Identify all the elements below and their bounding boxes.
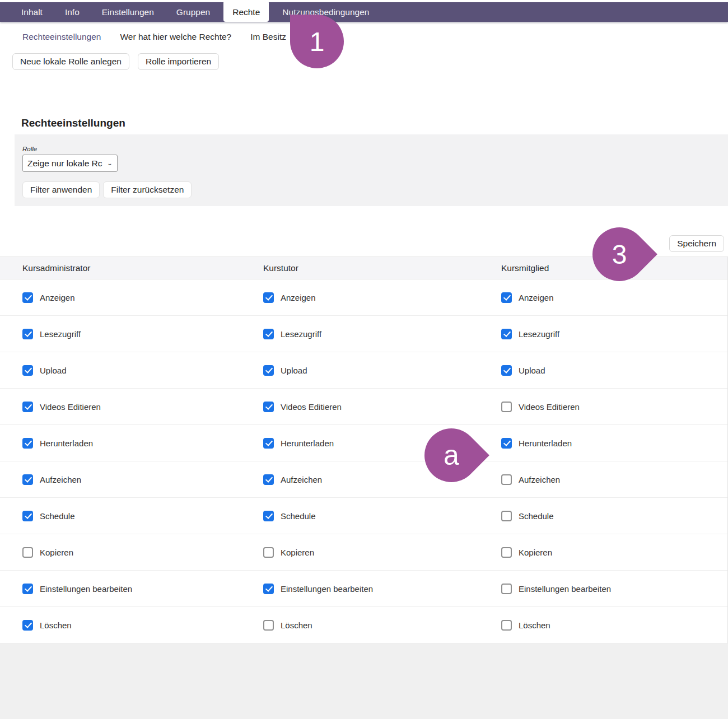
table-row: Schedule Schedule Schedule — [0, 498, 727, 534]
permission-label: Upload — [519, 366, 545, 375]
checkbox-member-aufzeichen[interactable] — [501, 474, 512, 485]
table-row: Löschen Löschen Löschen — [0, 607, 727, 643]
main-tab-bar: Inhalt Info Einstellungen Gruppen Rechte… — [0, 2, 728, 22]
tab-einstellungen[interactable]: Einstellungen — [93, 2, 163, 22]
permission-label: Aufzeichen — [281, 475, 322, 484]
checkbox-admin-kopieren[interactable] — [22, 547, 33, 558]
checkbox-admin-herunterladen[interactable] — [22, 438, 33, 449]
table-row: Kopieren Kopieren Kopieren — [0, 534, 727, 571]
tab-info[interactable]: Info — [56, 2, 88, 22]
checkbox-tutor-anzeigen[interactable] — [263, 292, 274, 303]
checkbox-tutor-videos-editieren[interactable] — [263, 402, 274, 412]
subnav-rechteeinstellungen[interactable]: Rechteeinstellungen — [22, 32, 101, 42]
table-row: Einstellungen bearbeiten Einstellungen b… — [0, 571, 727, 607]
checkbox-tutor-herunterladen[interactable] — [263, 438, 274, 449]
role-select[interactable]: Zeige nur lokale Rc ⌄ — [22, 155, 118, 172]
table-row: Anzeigen Anzeigen Anzeigen — [0, 279, 727, 316]
permission-label: Schedule — [40, 511, 75, 521]
permissions-table: Kursadministrator Kurstutor Kursmitglied… — [0, 256, 728, 643]
checkbox-admin-upload[interactable] — [22, 365, 33, 376]
new-local-role-button[interactable]: Neue lokale Rolle anlegen — [12, 53, 129, 70]
checkbox-tutor-upload[interactable] — [263, 365, 274, 376]
checkbox-member-herunterladen[interactable] — [501, 438, 512, 449]
column-header-kursadministrator: Kursadministrator — [0, 263, 241, 273]
permission-label: Schedule — [281, 511, 316, 521]
reset-filter-button[interactable]: Filter zurücksetzen — [103, 181, 192, 198]
permission-label: Herunterladen — [40, 438, 93, 448]
callout-3-badge: 3 — [581, 216, 657, 292]
checkbox-member-loeschen[interactable] — [501, 620, 512, 631]
footer-strip — [0, 643, 728, 719]
role-filter-label: Rolle — [22, 146, 728, 152]
permission-label: Einstellungen bearbeiten — [281, 584, 373, 594]
permission-label: Lesezugriff — [281, 329, 321, 339]
callout-1-label: 1 — [290, 15, 344, 68]
checkbox-admin-videos-editieren[interactable] — [22, 402, 33, 412]
checkbox-member-upload[interactable] — [501, 365, 512, 376]
checkbox-admin-anzeigen[interactable] — [22, 292, 33, 303]
rights-subnav: Rechteeinstellungen Wer hat hier welche … — [0, 22, 728, 50]
subnav-im-besitz[interactable]: Im Besitz — [250, 32, 286, 42]
permission-label: Herunterladen — [281, 438, 334, 448]
permission-label: Videos Editieren — [281, 402, 342, 412]
callout-a-label: a — [424, 428, 478, 482]
permission-label: Upload — [281, 366, 307, 375]
checkbox-member-lesezugriff[interactable] — [501, 329, 512, 339]
apply-filter-button[interactable]: Filter anwenden — [22, 181, 100, 198]
permission-label: Kopieren — [40, 548, 73, 557]
checkbox-member-kopieren[interactable] — [501, 547, 512, 558]
permission-label: Anzeigen — [519, 293, 554, 302]
table-row: Aufzeichen Aufzeichen Aufzeichen — [0, 461, 727, 498]
checkbox-member-einstellungen-bearbeiten[interactable] — [501, 584, 512, 594]
table-row: Herunterladen Herunterladen Herunterlade… — [0, 425, 727, 461]
permission-label: Kopieren — [281, 548, 314, 557]
subnav-wer-hat-rechte[interactable]: Wer hat hier welche Rechte? — [120, 32, 231, 42]
table-row: Videos Editieren Videos Editieren Videos… — [0, 389, 727, 425]
column-header-kurstutor: Kurstutor — [241, 263, 479, 273]
checkbox-member-videos-editieren[interactable] — [501, 402, 512, 412]
filter-panel: Rolle Zeige nur lokale Rc ⌄ Filter anwen… — [15, 134, 728, 206]
permission-label: Lesezugriff — [519, 329, 559, 339]
permission-label: Löschen — [519, 620, 550, 630]
permission-label: Aufzeichen — [40, 475, 81, 484]
callout-a-badge: a — [413, 417, 489, 493]
table-row: Lesezugriff Lesezugriff Lesezugriff — [0, 316, 727, 352]
checkbox-tutor-lesezugriff[interactable] — [263, 329, 274, 339]
callout-3-label: 3 — [592, 227, 646, 281]
checkbox-admin-loeschen[interactable] — [22, 620, 33, 631]
role-select-value: Zeige nur lokale Rc — [27, 158, 102, 169]
permission-label: Einstellungen bearbeiten — [519, 584, 611, 594]
role-actions: Neue lokale Rolle anlegen Rolle importie… — [0, 53, 728, 70]
tab-rechte[interactable]: Rechte — [223, 1, 269, 22]
permission-label: Löschen — [40, 620, 72, 630]
permission-label: Anzeigen — [40, 293, 75, 302]
permission-label: Videos Editieren — [519, 402, 580, 412]
checkbox-tutor-aufzeichen[interactable] — [263, 474, 274, 485]
chevron-down-icon: ⌄ — [107, 160, 113, 166]
permission-label: Videos Editieren — [40, 402, 101, 412]
checkbox-member-schedule[interactable] — [501, 511, 512, 521]
checkbox-member-anzeigen[interactable] — [501, 292, 512, 303]
permission-label: Löschen — [281, 620, 312, 630]
checkbox-admin-einstellungen-bearbeiten[interactable] — [22, 584, 33, 594]
permission-label: Aufzeichen — [519, 475, 560, 484]
checkbox-tutor-loeschen[interactable] — [263, 620, 274, 631]
checkbox-admin-schedule[interactable] — [22, 511, 33, 521]
tab-gruppen[interactable]: Gruppen — [167, 2, 219, 22]
checkbox-tutor-kopieren[interactable] — [263, 547, 274, 558]
permission-label: Upload — [40, 366, 67, 375]
permission-label: Herunterladen — [519, 438, 572, 448]
table-row: Upload Upload Upload — [0, 352, 727, 389]
permission-label: Einstellungen bearbeiten — [40, 584, 132, 594]
checkbox-tutor-einstellungen-bearbeiten[interactable] — [263, 584, 274, 594]
save-button[interactable]: Speichern — [669, 235, 724, 252]
import-role-button[interactable]: Rolle importieren — [138, 53, 219, 70]
checkbox-admin-aufzeichen[interactable] — [22, 474, 33, 485]
checkbox-admin-lesezugriff[interactable] — [22, 329, 33, 339]
page-title: Rechteeinstellungen — [21, 117, 728, 129]
permission-label: Kopieren — [519, 548, 552, 557]
permission-label: Anzeigen — [281, 293, 316, 302]
permission-label: Schedule — [519, 511, 554, 521]
checkbox-tutor-schedule[interactable] — [263, 511, 274, 521]
tab-inhalt[interactable]: Inhalt — [12, 2, 52, 22]
